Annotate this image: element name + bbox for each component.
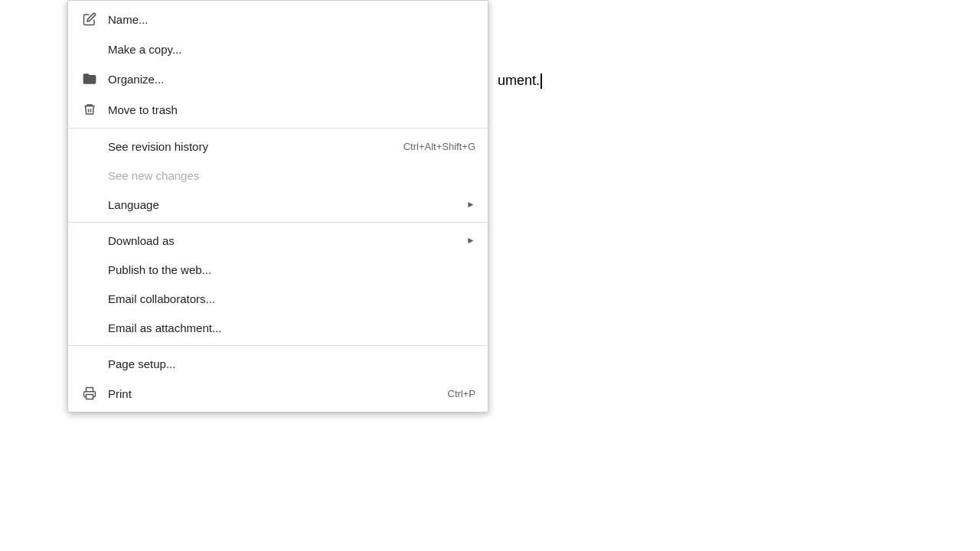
menu-item-shortcut-print: Ctrl+P (448, 388, 475, 399)
menu-item-label-print: Print (108, 387, 448, 400)
menu-item-label-organize: Organize... (108, 73, 475, 86)
menu-item-label-page-setup: Page setup... (108, 357, 475, 370)
menu-item-label-see-new-changes: See new changes (108, 169, 475, 182)
menu-divider (68, 345, 488, 346)
menu-item-see-new-changes: See new changes (68, 161, 488, 190)
menu-divider (68, 128, 488, 129)
menu-item-arrow-download-as: ► (466, 235, 475, 246)
trash-icon (80, 100, 99, 119)
menu-item-label-email-as-attachment: Email as attachment... (108, 321, 475, 334)
menu-item-email-collaborators[interactable]: Email collaborators... (68, 284, 488, 313)
menu-item-label-language: Language (108, 198, 466, 211)
rename-icon (80, 10, 99, 28)
context-menu: Name...Make a copy... Organize... Move t… (67, 0, 488, 412)
menu-item-download-as[interactable]: Download as► (68, 226, 488, 255)
menu-item-language[interactable]: Language► (68, 190, 488, 219)
menu-item-label-rename: Name... (108, 13, 475, 26)
menu-item-print[interactable]: PrintCtrl+P (68, 378, 488, 409)
menu-item-email-as-attachment[interactable]: Email as attachment... (68, 313, 488, 342)
menu-item-label-publish-to-web: Publish to the web... (108, 263, 475, 276)
menu-item-label-email-collaborators: Email collaborators... (108, 292, 475, 305)
text-cursor (541, 73, 542, 89)
menu-item-arrow-language: ► (466, 199, 475, 210)
doc-text-content: ument. (498, 73, 540, 88)
print-icon (80, 384, 99, 403)
menu-item-label-see-revision-history: See revision history (108, 140, 403, 153)
menu-item-organize[interactable]: Organize... (68, 64, 488, 94)
menu-item-label-move-to-trash: Move to trash (108, 103, 475, 116)
menu-item-make-copy[interactable]: Make a copy... (68, 34, 488, 64)
menu-item-label-download-as: Download as (108, 234, 466, 247)
folder-icon (80, 70, 99, 88)
document-text: ument. (498, 73, 542, 89)
menu-item-see-revision-history[interactable]: See revision historyCtrl+Alt+Shift+G (68, 132, 488, 161)
menu-item-move-to-trash[interactable]: Move to trash (68, 94, 488, 125)
menu-item-page-setup[interactable]: Page setup... (68, 349, 488, 378)
menu-item-shortcut-see-revision-history: Ctrl+Alt+Shift+G (403, 141, 475, 152)
menu-item-label-make-copy: Make a copy... (108, 43, 475, 56)
menu-item-publish-to-web[interactable]: Publish to the web... (68, 255, 488, 284)
menu-item-rename[interactable]: Name... (68, 4, 488, 34)
menu-divider (68, 222, 488, 223)
